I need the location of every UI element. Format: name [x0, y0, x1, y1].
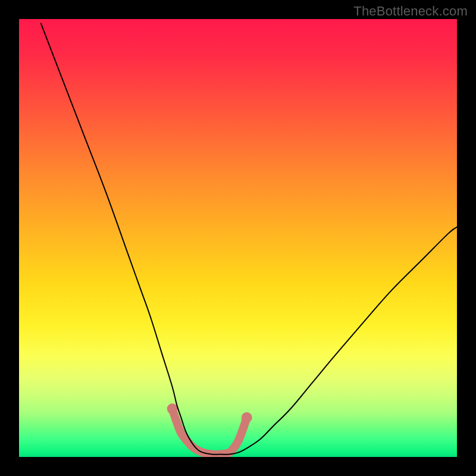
trough-band: [173, 409, 247, 455]
trough-endpoint: [167, 403, 178, 414]
plot-area: [19, 19, 457, 457]
chart-frame: TheBottleneck.com: [0, 0, 476, 476]
trough-endpoint: [242, 412, 252, 423]
watermark-text: TheBottleneck.com: [353, 4, 468, 19]
bottleneck-curve: [41, 23, 457, 454]
chart-svg: [19, 19, 457, 457]
